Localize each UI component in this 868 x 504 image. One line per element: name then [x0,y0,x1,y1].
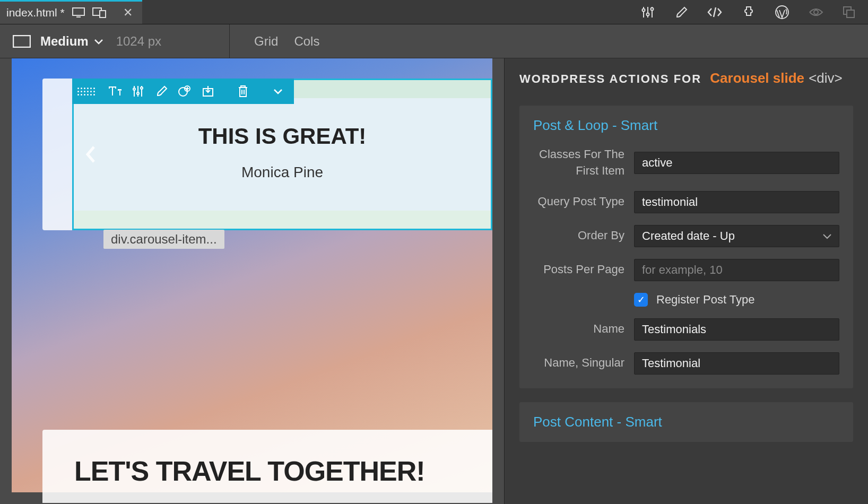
page-canvas[interactable]: THIS IS GREAT! Monica Pine div.carousel-… [12,58,492,492]
tab-bar: index.html * ✕ [0,0,868,24]
viewport-width: 1024 px [116,34,161,49]
post-loop-section: Post & Loop - Smart Classes For The Firs… [519,106,853,388]
grid-toggle[interactable]: Grid [254,34,278,49]
carousel-card: THIS IS GREAT! Monica Pine div.carousel-… [42,79,492,230]
file-tab[interactable]: index.html * ✕ [0,0,142,24]
cols-toggle[interactable]: Cols [294,34,319,49]
svg-rect-14 [847,10,854,18]
panels-icon[interactable] [843,6,855,19]
svg-point-9 [651,7,654,10]
desktop-icon [72,7,85,18]
viewport-rect-icon [13,35,31,48]
svg-point-8 [647,13,649,15]
viewport-size-dropdown[interactable]: Medium [40,34,103,49]
panel-header-element: Carousel slide [710,70,804,86]
order-by-select[interactable] [634,225,839,247]
eye-icon[interactable] [809,7,823,18]
tab-filename: index.html * [6,6,65,19]
section-heading[interactable]: LET'S TRAVEL TOGETHER! [74,455,471,487]
post-loop-section-title[interactable]: Post & Loop - Smart [533,117,839,134]
selected-carousel-item[interactable]: THIS IS GREAT! Monica Pine div.carousel-… [72,79,492,230]
name-singular-input[interactable] [634,352,839,375]
posts-per-page-label: Posts Per Page [533,262,624,278]
viewport-size-label: Medium [40,34,89,49]
panel-header-tag: <div> [809,70,843,86]
top-toolbar [641,0,868,24]
carousel-prev-icon[interactable] [84,145,97,164]
svg-rect-3 [100,11,106,18]
slide-title[interactable]: THIS IS GREAT! [95,124,470,149]
properties-panel: WORDPRESS ACTIONS FOR Carousel slide <di… [504,58,868,504]
name-label: Name [533,321,624,337]
panel-header-prefix: WORDPRESS ACTIONS FOR [519,72,701,85]
close-icon[interactable]: ✕ [123,6,133,20]
sliders-icon[interactable] [641,5,655,19]
chevron-down-icon [94,38,103,45]
code-icon[interactable] [707,6,723,18]
wordpress-icon[interactable] [775,5,789,20]
canvas-panel: THIS IS GREAT! Monica Pine div.carousel-… [0,58,504,504]
devices-icon [92,7,106,18]
post-content-section-title[interactable]: Post Content - Smart [533,414,839,430]
section-card[interactable]: LET'S TRAVEL TOGETHER! [42,430,492,503]
svg-point-12 [814,10,818,14]
post-content-section: Post Content - Smart [519,402,853,442]
query-post-type-input[interactable] [634,191,839,213]
classes-first-input[interactable] [634,152,839,174]
viewport-toolbar: Medium 1024 px Grid Cols [0,24,868,58]
brush-icon[interactable] [674,5,688,19]
svg-rect-15 [13,36,30,47]
element-breadcrumb[interactable]: div.carousel-item... [103,230,224,249]
name-singular-label: Name, Singular [533,355,624,371]
plugin-icon[interactable] [742,5,756,19]
classes-first-label: Classes For The First Item [533,146,624,179]
svg-rect-0 [73,8,84,15]
name-input[interactable] [634,318,839,341]
register-post-type-label: Register Post Type [656,293,754,307]
toolbar-divider [229,24,230,58]
panel-header: WORDPRESS ACTIONS FOR Carousel slide <di… [519,70,853,86]
order-by-label: Order By [533,228,624,244]
posts-per-page-input[interactable] [634,259,839,281]
svg-point-7 [643,8,645,11]
slide-author[interactable]: Monica Pine [95,164,470,181]
svg-rect-1 [76,16,81,18]
query-post-type-label: Query Post Type [533,194,624,210]
register-post-type-checkbox[interactable]: ✓ [634,293,648,307]
svg-line-10 [714,7,716,17]
